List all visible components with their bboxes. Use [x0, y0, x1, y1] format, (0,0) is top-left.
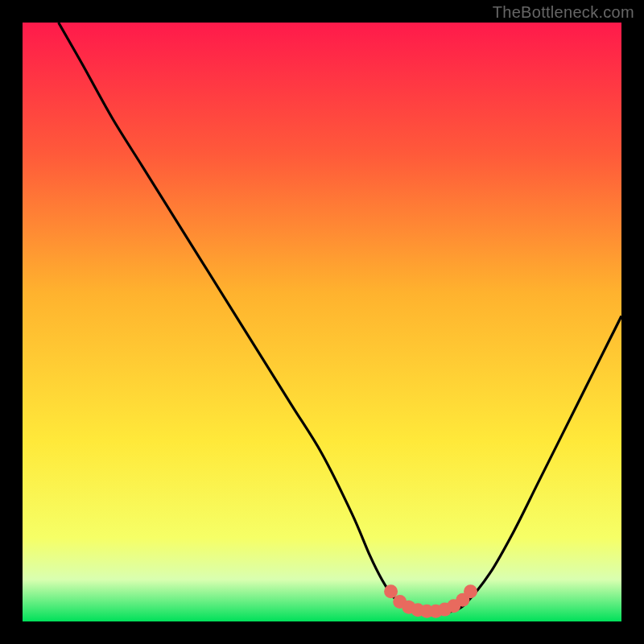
watermark-text: TheBottleneck.com: [493, 3, 634, 22]
chart-svg: [23, 23, 621, 621]
plot-frame: [23, 23, 621, 621]
gradient-bg: [23, 23, 621, 621]
highlight-dot: [464, 584, 477, 598]
